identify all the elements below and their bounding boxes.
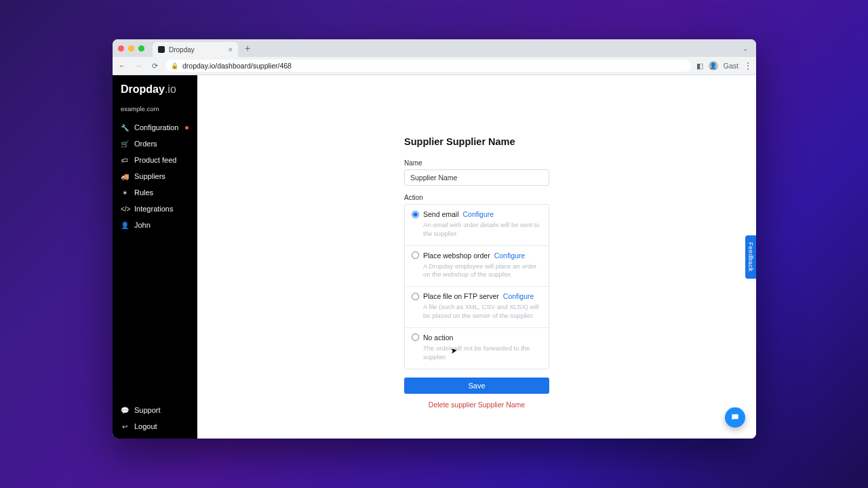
delete-supplier-link[interactable]: Delete supplier Supplier Name	[404, 401, 549, 409]
lock-icon: 🔒	[171, 62, 178, 69]
page-title: Supplier Supplier Name	[404, 136, 549, 147]
app-logo[interactable]: Dropday.io	[113, 75, 197, 101]
wrench-icon: 🔧	[121, 124, 129, 131]
radio-title: No action	[423, 333, 453, 342]
chat-icon: 💬	[121, 407, 129, 414]
sidebar-item-integrations[interactable]: </> Integrations	[113, 201, 197, 217]
sidebar-item-label: Logout	[134, 422, 157, 430]
sidebar-bottom: 💬 Support ↩ Logout	[113, 402, 197, 439]
favicon-icon	[158, 46, 165, 53]
sidebar-item-support[interactable]: 💬 Support	[113, 402, 197, 418]
radio-send-email[interactable]	[412, 211, 419, 218]
configure-link[interactable]: Configure	[494, 251, 526, 260]
sidebar: Dropday.io example.com 🔧 Configuration 🛒…	[113, 75, 197, 439]
radio-title: Place webshop order	[423, 251, 490, 260]
alert-dot-icon	[185, 126, 189, 129]
action-label: Action	[404, 194, 549, 201]
radio-description: A Dropday employee will place an order o…	[423, 262, 542, 280]
radio-description: A file (such as XML, CSV and XLSX) will …	[423, 303, 542, 321]
back-button[interactable]: ←	[117, 62, 127, 70]
tabs-overflow-icon[interactable]: ⌄	[740, 45, 751, 52]
app-tld: .io	[165, 83, 176, 95]
action-radio-group: Send email Configure An email with order…	[404, 204, 549, 369]
sidebar-item-orders[interactable]: 🛒 Orders	[113, 136, 197, 152]
sidebar-item-user[interactable]: 👤 John	[113, 217, 197, 233]
radio-no-action[interactable]	[412, 333, 419, 341]
profile-label[interactable]: Gast	[724, 62, 738, 70]
logout-icon: ↩	[121, 423, 129, 430]
window-controls[interactable]	[118, 45, 144, 52]
sidebar-item-logout[interactable]: ↩ Logout	[113, 418, 197, 434]
configure-link[interactable]: Configure	[463, 210, 494, 218]
code-icon: </>	[121, 205, 129, 213]
browser-tab-strip: Dropday × + ⌄	[113, 39, 756, 57]
sidebar-item-configuration[interactable]: 🔧 Configuration	[113, 119, 197, 136]
sidebar-item-label: John	[134, 221, 151, 229]
sidebar-item-suppliers[interactable]: 🚚 Suppliers	[113, 168, 197, 184]
sidebar-item-label: Suppliers	[134, 172, 165, 180]
sidebar-item-label: Product feed	[134, 156, 176, 164]
chat-bubble-icon	[730, 413, 740, 422]
radio-ftp[interactable]	[412, 293, 419, 300]
sidebar-nav: 🔧 Configuration 🛒 Orders 🏷 Product feed …	[113, 119, 197, 402]
shuffle-icon: ✶	[121, 189, 129, 197]
action-option-webshop[interactable]: Place webshop order Configure A Dropday …	[405, 246, 549, 287]
radio-description: An email with order details will be sent…	[423, 221, 542, 239]
extensions-icon[interactable]: ◧	[696, 62, 703, 70]
feedback-tab[interactable]: Feedback	[745, 235, 756, 279]
url-text: dropday.io/dashboard/supplier/468	[182, 62, 292, 70]
chat-widget-button[interactable]	[725, 407, 745, 428]
name-label: Name	[404, 159, 549, 167]
browser-tab[interactable]: Dropday ×	[153, 42, 238, 57]
action-option-send-email[interactable]: Send email Configure An email with order…	[405, 205, 549, 246]
radio-title: Send email	[423, 210, 459, 218]
radio-title: Place file on FTP server	[423, 292, 499, 300]
sidebar-item-label: Integrations	[134, 205, 173, 213]
user-icon: 👤	[121, 222, 129, 229]
radio-webshop[interactable]	[412, 251, 419, 259]
browser-menu-icon[interactable]: ⋮	[744, 61, 752, 70]
sidebar-item-label: Orders	[134, 140, 157, 148]
action-option-ftp[interactable]: Place file on FTP server Configure A fil…	[405, 287, 549, 328]
sidebar-item-rules[interactable]: ✶ Rules	[113, 184, 197, 201]
main-panel: Supplier Supplier Name Name Action Send …	[197, 75, 756, 439]
close-window-icon[interactable]	[118, 45, 124, 52]
new-tab-button[interactable]: +	[242, 43, 253, 53]
app-name: Dropday	[121, 83, 165, 95]
sidebar-item-label: Rules	[134, 188, 153, 197]
forward-button[interactable]: →	[133, 62, 144, 70]
action-option-none[interactable]: No action The order will not be forwarde…	[405, 328, 549, 369]
sidebar-item-label: Configuration	[134, 123, 178, 131]
radio-description: The order will not be forwarded to the s…	[423, 344, 542, 362]
tab-title: Dropday	[169, 46, 195, 54]
minimize-window-icon[interactable]	[128, 45, 134, 52]
browser-toolbar: ← → ⟳ 🔒 dropday.io/dashboard/supplier/46…	[113, 57, 756, 75]
sidebar-item-label: Support	[134, 406, 161, 414]
sidebar-item-product-feed[interactable]: 🏷 Product feed	[113, 152, 197, 168]
configure-link[interactable]: Configure	[503, 292, 534, 300]
tag-icon: 🏷	[121, 157, 129, 164]
truck-icon: 🚚	[121, 173, 129, 180]
app-viewport: Dropday.io example.com 🔧 Configuration 🛒…	[113, 75, 756, 439]
supplier-name-input[interactable]	[404, 169, 549, 186]
profile-avatar-icon[interactable]: 👤	[709, 61, 718, 70]
browser-window: Dropday × + ⌄ ← → ⟳ 🔒 dropday.io/dashboa…	[113, 39, 756, 439]
address-bar[interactable]: 🔒 dropday.io/dashboard/supplier/468	[165, 60, 691, 72]
close-tab-icon[interactable]: ×	[229, 46, 233, 54]
maximize-window-icon[interactable]	[138, 45, 144, 52]
cart-icon: 🛒	[121, 140, 129, 148]
save-button[interactable]: Save	[404, 378, 549, 394]
connected-domain: example.com	[113, 101, 197, 119]
reload-button[interactable]: ⟳	[149, 62, 160, 70]
